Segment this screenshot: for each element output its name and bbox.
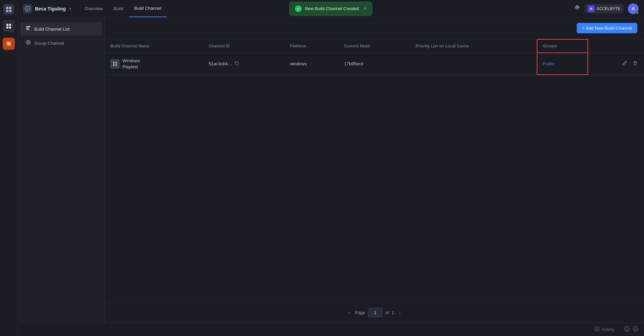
col-header-current-head: Current Head [339, 39, 410, 53]
emoji-icons [624, 326, 639, 333]
svg-point-15 [26, 40, 30, 44]
channel-name-text: WindowsPlaytest [122, 58, 140, 70]
svg-point-16 [28, 42, 29, 43]
activity-area: Activity [594, 326, 614, 333]
col-header-channel-id: Channel ID [203, 39, 285, 53]
svg-point-24 [626, 328, 627, 329]
nav-build[interactable]: Build [108, 0, 129, 17]
activity-icon [594, 326, 600, 333]
svg-rect-14 [26, 29, 30, 30]
col-header-actions [588, 39, 644, 53]
col-header-platform: Platform [285, 39, 339, 53]
topbar: Beca Tiguling ▾ Overview Build Build Cha… [17, 0, 644, 17]
toolbar: + Add New Build Channel [105, 17, 644, 39]
sidebar-item-group-channel[interactable]: Group Channel [20, 36, 102, 50]
svg-point-23 [624, 327, 629, 331]
bottom-bar: Activity [17, 323, 644, 336]
svg-rect-6 [6, 27, 8, 29]
toast-message: New Build Channel Created [305, 6, 359, 11]
online-status-dot [636, 11, 639, 14]
channel-id-value: 51ac3cb4.... [209, 61, 233, 66]
topbar-nav: Overview Build Build Channel [79, 0, 167, 17]
svg-point-27 [635, 328, 635, 329]
svg-rect-20 [115, 64, 117, 66]
cell-current-head: 17b95ecd [339, 53, 410, 75]
svg-rect-17 [113, 62, 115, 64]
col-header-groups: Groups [537, 39, 588, 53]
brand-icon [23, 4, 32, 13]
settings2-icon[interactable] [633, 326, 639, 333]
sidebar-nav-build[interactable] [3, 20, 15, 32]
cell-platform: windows [285, 53, 339, 75]
svg-rect-9 [7, 42, 10, 45]
cell-channel-id: 51ac3cb4.... [203, 53, 285, 75]
svg-rect-5 [9, 24, 11, 26]
user-avatar[interactable]: A [628, 3, 639, 14]
nav-overview[interactable]: Overview [79, 0, 108, 17]
col-header-name: Build Channel Name [105, 39, 203, 53]
build-channel-list-icon [26, 26, 31, 32]
brand-chevron[interactable]: ▾ [69, 6, 71, 11]
svg-point-26 [633, 327, 638, 331]
page-of-label: of [385, 310, 389, 315]
sidebar-item-build-channel-list[interactable]: Build Channel List [20, 22, 102, 36]
channel-type-icon [110, 59, 120, 69]
col-header-priority-list: Priority List on Local Cache [410, 39, 537, 53]
svg-rect-12 [26, 26, 30, 27]
cell-groups: Public [537, 53, 588, 75]
table-row: WindowsPlaytest 51ac3cb4.... [105, 53, 644, 75]
toast-notification: ✓ New Build Channel Created × [289, 2, 373, 16]
svg-rect-4 [6, 24, 8, 26]
page-next-button[interactable]: › [397, 308, 403, 317]
svg-rect-19 [113, 64, 115, 66]
build-channel-table: Build Channel Name Channel ID Platform C… [105, 39, 644, 75]
cell-channel-name: WindowsPlaytest [105, 53, 203, 75]
main-wrapper: Beca Tiguling ▾ Overview Build Build Cha… [17, 0, 644, 336]
svg-rect-0 [6, 7, 8, 9]
cell-actions [588, 53, 644, 75]
sidebar-item-group-channel-label: Group Channel [34, 41, 64, 46]
svg-rect-18 [115, 62, 117, 64]
svg-rect-13 [26, 28, 29, 29]
svg-rect-7 [9, 27, 11, 29]
sidebar-nav-games[interactable] [3, 38, 15, 50]
page-prev-button[interactable]: ‹ [346, 308, 352, 317]
main-content: + Add New Build Channel Build Channel Na… [105, 17, 644, 323]
svg-rect-2 [6, 10, 8, 12]
page-label: Page [355, 310, 365, 315]
app-logo [3, 4, 14, 15]
settings-icon[interactable] [574, 4, 580, 13]
add-new-build-channel-button[interactable]: + Add New Build Channel [577, 23, 637, 33]
cell-priority-list [410, 53, 537, 75]
pagination: ‹ Page of 1 › [105, 302, 644, 323]
content-area: Build Channel List Group Channel + Add N… [17, 17, 644, 323]
nav-build-channel[interactable]: Build Channel [129, 0, 167, 17]
sidebar-panel: Build Channel List Group Channel [17, 17, 105, 323]
svg-rect-21 [236, 62, 238, 65]
svg-rect-3 [9, 10, 11, 12]
activity-label: Activity [602, 327, 614, 332]
group-channel-icon [26, 40, 31, 46]
brand-name: Beca Tiguling [35, 6, 66, 11]
sidebar-item-build-channel-list-label: Build Channel List [34, 27, 70, 32]
smile-icon[interactable] [624, 326, 630, 333]
accelbyte-name: ACCELBYTE [597, 6, 620, 11]
svg-point-28 [636, 328, 637, 329]
page-number-input[interactable] [368, 308, 383, 317]
accelbyte-badge: ACCELBYTE [584, 4, 624, 13]
narrow-sidebar [0, 0, 17, 336]
copy-channel-id-icon[interactable] [234, 61, 239, 67]
toast-success-icon: ✓ [295, 5, 302, 12]
edit-row-button[interactable] [621, 60, 628, 68]
page-total: 1 [391, 310, 394, 315]
topbar-right: ACCELBYTE A [574, 3, 639, 14]
svg-rect-1 [9, 7, 11, 9]
accelbyte-icon [588, 5, 595, 12]
svg-point-25 [628, 328, 628, 329]
delete-row-button[interactable] [632, 60, 639, 68]
brand-section: Beca Tiguling ▾ [23, 4, 71, 13]
table-wrapper: Build Channel Name Channel ID Platform C… [105, 39, 644, 302]
toast-close-button[interactable]: × [364, 6, 367, 12]
